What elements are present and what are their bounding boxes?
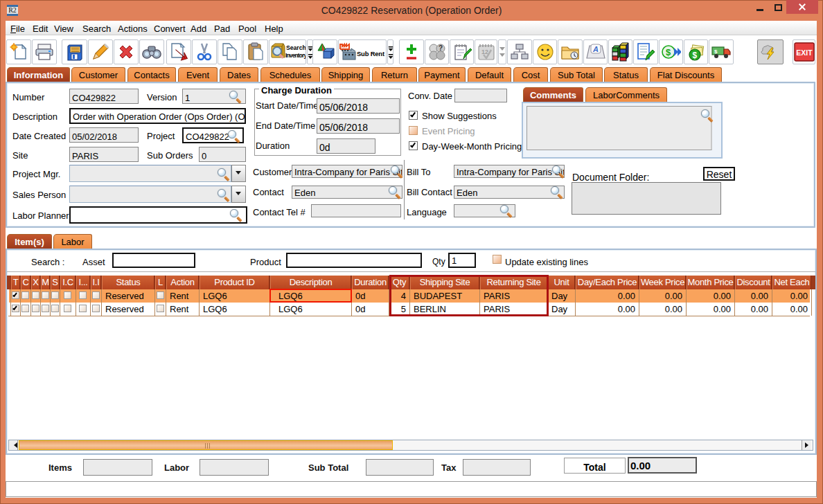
svg-text:$: $ (714, 48, 718, 55)
svg-text:A: A (592, 45, 599, 53)
svg-text:$: $ (692, 51, 697, 60)
svg-text:Search: Search (286, 44, 306, 51)
svg-text:$: $ (666, 47, 671, 57)
svg-text:EXIT: EXIT (796, 48, 813, 57)
svg-text:?: ? (439, 44, 443, 52)
svg-text:12: 12 (481, 48, 488, 55)
svg-text:Inventory: Inventory (285, 53, 306, 59)
svg-text:Sub Rent: Sub Rent (357, 50, 384, 57)
